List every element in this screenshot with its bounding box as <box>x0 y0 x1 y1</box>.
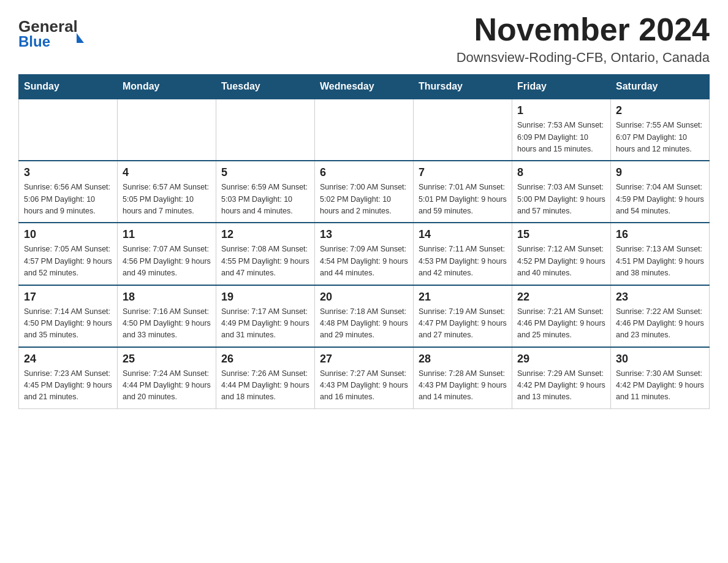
day-number: 18 <box>123 291 211 304</box>
day-info: Sunrise: 7:23 AM Sunset: 4:45 PM Dayligh… <box>24 368 112 404</box>
day-info: Sunrise: 7:27 AM Sunset: 4:43 PM Dayligh… <box>320 368 408 404</box>
day-number: 20 <box>320 291 408 304</box>
calendar-cell: 1Sunrise: 7:53 AM Sunset: 6:09 PM Daylig… <box>512 99 611 161</box>
calendar-cell: 21Sunrise: 7:19 AM Sunset: 4:47 PM Dayli… <box>414 285 512 347</box>
weekday-header-tuesday: Tuesday <box>216 75 315 99</box>
weekday-header-saturday: Saturday <box>611 75 710 99</box>
day-number: 29 <box>517 353 605 366</box>
calendar-cell <box>118 99 216 161</box>
day-info: Sunrise: 7:05 AM Sunset: 4:57 PM Dayligh… <box>24 243 112 279</box>
week-row-1: 1Sunrise: 7:53 AM Sunset: 6:09 PM Daylig… <box>19 99 710 161</box>
day-info: Sunrise: 7:11 AM Sunset: 4:53 PM Dayligh… <box>419 243 507 279</box>
day-info: Sunrise: 7:55 AM Sunset: 6:07 PM Dayligh… <box>616 120 704 155</box>
day-number: 4 <box>123 166 211 179</box>
day-number: 5 <box>221 166 309 179</box>
calendar-cell: 8Sunrise: 7:03 AM Sunset: 5:00 PM Daylig… <box>512 161 611 223</box>
title-block: November 2024 Downsview-Roding-CFB, Onta… <box>457 12 710 66</box>
day-info: Sunrise: 7:53 AM Sunset: 6:09 PM Dayligh… <box>517 120 605 155</box>
day-number: 23 <box>616 291 704 304</box>
day-number: 11 <box>123 228 211 241</box>
calendar-cell: 17Sunrise: 7:14 AM Sunset: 4:50 PM Dayli… <box>19 285 118 347</box>
day-info: Sunrise: 7:24 AM Sunset: 4:44 PM Dayligh… <box>123 368 211 404</box>
logo-general-text: General <box>18 18 78 34</box>
calendar-cell: 28Sunrise: 7:28 AM Sunset: 4:43 PM Dayli… <box>414 347 512 409</box>
day-info: Sunrise: 7:16 AM Sunset: 4:50 PM Dayligh… <box>123 306 211 342</box>
day-number: 2 <box>616 104 704 117</box>
day-info: Sunrise: 7:21 AM Sunset: 4:46 PM Dayligh… <box>517 306 605 342</box>
weekday-header-monday: Monday <box>118 75 216 99</box>
calendar-cell: 12Sunrise: 7:08 AM Sunset: 4:55 PM Dayli… <box>216 223 315 285</box>
day-info: Sunrise: 7:17 AM Sunset: 4:49 PM Dayligh… <box>221 306 309 342</box>
day-info: Sunrise: 7:22 AM Sunset: 4:46 PM Dayligh… <box>616 306 704 342</box>
weekday-header-sunday: Sunday <box>19 75 118 99</box>
day-info: Sunrise: 7:13 AM Sunset: 4:51 PM Dayligh… <box>616 243 704 279</box>
calendar-cell: 2Sunrise: 7:55 AM Sunset: 6:07 PM Daylig… <box>611 99 710 161</box>
day-number: 9 <box>616 166 704 179</box>
weekday-header-wednesday: Wednesday <box>315 75 414 99</box>
day-info: Sunrise: 7:09 AM Sunset: 4:54 PM Dayligh… <box>320 243 408 279</box>
calendar-cell: 7Sunrise: 7:01 AM Sunset: 5:01 PM Daylig… <box>414 161 512 223</box>
day-info: Sunrise: 7:18 AM Sunset: 4:48 PM Dayligh… <box>320 306 408 342</box>
calendar-cell <box>315 99 414 161</box>
day-number: 1 <box>517 104 605 117</box>
day-number: 6 <box>320 166 408 179</box>
day-info: Sunrise: 7:30 AM Sunset: 4:42 PM Dayligh… <box>616 368 704 404</box>
day-info: Sunrise: 7:04 AM Sunset: 4:59 PM Dayligh… <box>616 182 704 217</box>
page-header: General Blue November 2024 Downsview-Rod… <box>18 12 710 66</box>
calendar-cell <box>19 99 118 161</box>
calendar-cell: 20Sunrise: 7:18 AM Sunset: 4:48 PM Dayli… <box>315 285 414 347</box>
calendar-cell <box>414 99 512 161</box>
calendar-cell: 30Sunrise: 7:30 AM Sunset: 4:42 PM Dayli… <box>611 347 710 409</box>
day-number: 8 <box>517 166 605 179</box>
calendar-table: SundayMondayTuesdayWednesdayThursdayFrid… <box>18 74 710 409</box>
calendar-cell: 3Sunrise: 6:56 AM Sunset: 5:06 PM Daylig… <box>19 161 118 223</box>
weekday-header-friday: Friday <box>512 75 611 99</box>
calendar-cell: 15Sunrise: 7:12 AM Sunset: 4:52 PM Dayli… <box>512 223 611 285</box>
weekday-header-thursday: Thursday <box>414 75 512 99</box>
calendar-cell: 26Sunrise: 7:26 AM Sunset: 4:44 PM Dayli… <box>216 347 315 409</box>
calendar-cell: 14Sunrise: 7:11 AM Sunset: 4:53 PM Dayli… <box>414 223 512 285</box>
day-info: Sunrise: 7:01 AM Sunset: 5:01 PM Dayligh… <box>419 182 507 217</box>
logo-arrow-icon <box>77 33 84 43</box>
location-subtitle: Downsview-Roding-CFB, Ontario, Canada <box>457 50 710 66</box>
calendar-cell: 29Sunrise: 7:29 AM Sunset: 4:42 PM Dayli… <box>512 347 611 409</box>
day-number: 12 <box>221 228 309 241</box>
day-number: 16 <box>616 228 704 241</box>
week-row-5: 24Sunrise: 7:23 AM Sunset: 4:45 PM Dayli… <box>19 347 710 409</box>
day-info: Sunrise: 7:29 AM Sunset: 4:42 PM Dayligh… <box>517 368 605 404</box>
calendar-cell: 23Sunrise: 7:22 AM Sunset: 4:46 PM Dayli… <box>611 285 710 347</box>
calendar-cell: 9Sunrise: 7:04 AM Sunset: 4:59 PM Daylig… <box>611 161 710 223</box>
day-info: Sunrise: 7:07 AM Sunset: 4:56 PM Dayligh… <box>123 243 211 279</box>
calendar-cell: 6Sunrise: 7:00 AM Sunset: 5:02 PM Daylig… <box>315 161 414 223</box>
day-number: 30 <box>616 353 704 366</box>
day-info: Sunrise: 7:00 AM Sunset: 5:02 PM Dayligh… <box>320 182 408 217</box>
calendar-cell: 19Sunrise: 7:17 AM Sunset: 4:49 PM Dayli… <box>216 285 315 347</box>
day-number: 22 <box>517 291 605 304</box>
day-info: Sunrise: 6:57 AM Sunset: 5:05 PM Dayligh… <box>123 182 211 217</box>
calendar-cell: 24Sunrise: 7:23 AM Sunset: 4:45 PM Dayli… <box>19 347 118 409</box>
day-number: 7 <box>419 166 507 179</box>
day-number: 26 <box>221 353 309 366</box>
week-row-3: 10Sunrise: 7:05 AM Sunset: 4:57 PM Dayli… <box>19 223 710 285</box>
calendar-cell: 5Sunrise: 6:59 AM Sunset: 5:03 PM Daylig… <box>216 161 315 223</box>
calendar-cell: 25Sunrise: 7:24 AM Sunset: 4:44 PM Dayli… <box>118 347 216 409</box>
day-info: Sunrise: 7:19 AM Sunset: 4:47 PM Dayligh… <box>419 306 507 342</box>
day-info: Sunrise: 6:56 AM Sunset: 5:06 PM Dayligh… <box>24 182 112 217</box>
calendar-cell: 10Sunrise: 7:05 AM Sunset: 4:57 PM Dayli… <box>19 223 118 285</box>
day-number: 24 <box>24 353 112 366</box>
calendar-cell: 18Sunrise: 7:16 AM Sunset: 4:50 PM Dayli… <box>118 285 216 347</box>
calendar-cell: 4Sunrise: 6:57 AM Sunset: 5:05 PM Daylig… <box>118 161 216 223</box>
day-number: 25 <box>123 353 211 366</box>
week-row-4: 17Sunrise: 7:14 AM Sunset: 4:50 PM Dayli… <box>19 285 710 347</box>
day-number: 28 <box>419 353 507 366</box>
day-number: 13 <box>320 228 408 241</box>
day-number: 10 <box>24 228 112 241</box>
calendar-cell: 13Sunrise: 7:09 AM Sunset: 4:54 PM Dayli… <box>315 223 414 285</box>
day-info: Sunrise: 7:28 AM Sunset: 4:43 PM Dayligh… <box>419 368 507 404</box>
day-info: Sunrise: 7:03 AM Sunset: 5:00 PM Dayligh… <box>517 182 605 217</box>
logo: General Blue <box>18 18 84 49</box>
calendar-cell: 22Sunrise: 7:21 AM Sunset: 4:46 PM Dayli… <box>512 285 611 347</box>
logo-blue-text: Blue <box>18 34 78 49</box>
day-number: 17 <box>24 291 112 304</box>
day-number: 21 <box>419 291 507 304</box>
